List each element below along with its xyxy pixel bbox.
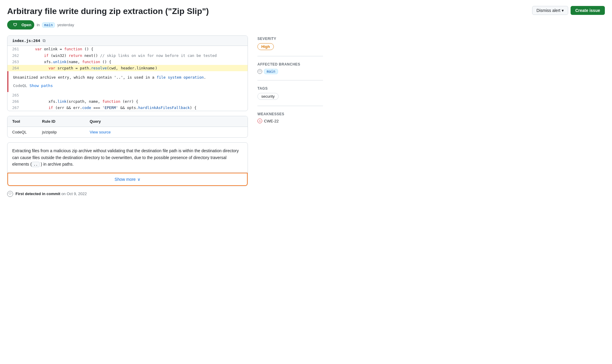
- status-badge: 🛡 Open: [7, 20, 34, 29]
- weakness-value: CWE-22: [264, 119, 279, 123]
- branch-shield-icon: 🛡: [257, 69, 262, 74]
- chevron-down-icon: ∨: [137, 177, 140, 182]
- page-title: Arbitrary file write during zip extracti…: [7, 6, 532, 17]
- info-table-header: Tool Rule ID Query: [7, 116, 248, 127]
- description-block: Extracting files from a malicious zip ar…: [7, 142, 248, 186]
- commit-label: First detected in commit on Oct 9, 2022: [15, 192, 87, 196]
- weakness-item: ⚠ CWE-22: [257, 119, 323, 123]
- code-filename: index.js:264: [12, 38, 40, 43]
- alert-meta: CodeQL Show paths: [13, 83, 243, 89]
- affected-branches-label: Affected branches: [257, 62, 323, 66]
- sidebar: Severity High Affected branches 🛡 main T…: [257, 35, 323, 197]
- tool-value: CodeQL: [12, 130, 42, 134]
- code-line-265: 265: [7, 92, 248, 98]
- weakness-shield-icon: ⚠: [257, 119, 262, 123]
- affected-branches-section: Affected branches 🛡 main: [257, 62, 323, 80]
- rule-id-value: js/zipslip: [42, 130, 90, 134]
- code-line-262: 262 if (win32) return next() // skip lin…: [7, 52, 248, 59]
- weaknesses-section: Weaknesses ⚠ CWE-22: [257, 112, 323, 129]
- copy-icon[interactable]: ⧉: [43, 38, 46, 43]
- commit-shield-icon: 🛡: [7, 191, 13, 197]
- branch-name: main: [264, 69, 278, 74]
- code-header: index.js:264 ⧉: [7, 36, 248, 46]
- alert-text: Unsanitized archive entry, which may con…: [13, 74, 243, 80]
- code-container: index.js:264 ⧉ 261 var onlink = function…: [7, 35, 248, 111]
- description-text: Extracting files from a malicious zip ar…: [7, 143, 248, 172]
- code-line-261: 261 var onlink = function () {: [7, 46, 248, 52]
- create-issue-button[interactable]: Create issue: [571, 6, 605, 15]
- codeql-label: CodeQL: [13, 83, 27, 89]
- code-line-263: 263 xfs.unlink(name, function () {: [7, 59, 248, 65]
- info-table: Tool Rule ID Query CodeQL js/zipslip Vie…: [7, 116, 248, 138]
- branch-item: 🛡 main: [257, 69, 323, 74]
- show-paths-link[interactable]: Show paths: [29, 83, 53, 89]
- status-in-label: in: [37, 23, 40, 27]
- severity-section: Severity High: [257, 37, 323, 56]
- tag-badge: security: [257, 93, 279, 100]
- code-line-266: 266 xfs.link(srcpath, name, function (er…: [7, 98, 248, 105]
- create-issue-label: Create issue: [575, 8, 600, 13]
- info-table-row: CodeQL js/zipslip View source: [7, 127, 248, 137]
- tags-label: Tags: [257, 86, 323, 91]
- tags-section: Tags security: [257, 86, 323, 106]
- severity-badge: High: [257, 43, 274, 50]
- show-more-button[interactable]: Show more ∨: [7, 173, 248, 186]
- alert-block: Unsanitized archive entry, which may con…: [7, 71, 248, 92]
- severity-label: Severity: [257, 37, 323, 41]
- weaknesses-label: Weaknesses: [257, 112, 323, 116]
- main-content: index.js:264 ⧉ 261 var onlink = function…: [7, 35, 248, 197]
- code-inline-dotdot: ..: [32, 162, 39, 167]
- code-line-267: 267 if (err && err.code === 'EPERM' && o…: [7, 105, 248, 111]
- code-body: 261 var onlink = function () { 262 if (w…: [7, 46, 248, 111]
- header-time: yesterday: [57, 23, 74, 27]
- commit-line: 🛡 First detected in commit on Oct 9, 202…: [7, 191, 248, 197]
- header-branch-badge: main: [42, 22, 55, 28]
- shield-open-icon: 🛡: [10, 21, 20, 28]
- dismiss-label: Dismiss alert: [537, 8, 560, 13]
- dismiss-alert-button[interactable]: Dismiss alert ▾: [532, 6, 568, 15]
- show-more-label: Show more: [115, 177, 136, 182]
- chevron-down-icon: ▾: [562, 8, 564, 13]
- view-source-link[interactable]: View source: [90, 130, 243, 134]
- code-line-264: 264 var srcpath = path.resolve(cwd, head…: [7, 65, 248, 71]
